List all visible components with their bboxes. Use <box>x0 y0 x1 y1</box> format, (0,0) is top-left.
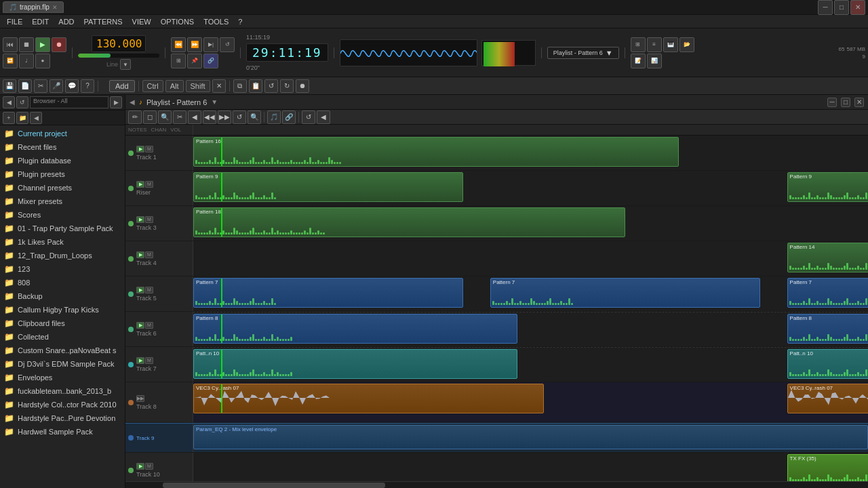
pattern-block-tc-6-0[interactable]: Pattern 8 <box>193 314 517 344</box>
track-content-riser[interactable]: Pattern 9Pattern 9Pattern 11Pattern 9Pat… <box>193 171 868 205</box>
playlist-dropdown[interactable]: ▼ <box>211 98 218 106</box>
track-content-5[interactable]: Pattern 7Pattern 7Pattern 7Pattern 7Patt… <box>193 277 868 311</box>
bpm-slider[interactable] <box>78 54 159 58</box>
menu-help[interactable]: ? <box>234 16 246 27</box>
playlist-close[interactable]: ✕ <box>854 98 864 107</box>
add-folder-btn[interactable]: + <box>3 112 15 124</box>
pattern-block-tc-7-0[interactable]: Patt..n 10 <box>193 349 517 379</box>
ctrl-btn[interactable]: Ctrl <box>142 80 163 92</box>
track-btn-mute-1[interactable]: M <box>145 146 153 152</box>
pl-scroll-left[interactable]: ◀ <box>317 110 330 124</box>
track-content-9[interactable]: Param_EQ 2 - Mix level envelope <box>193 424 868 452</box>
sidebar-item-scores[interactable]: 📁 Scores <box>0 208 125 222</box>
sidebar-item-clipboard[interactable]: 📁 Clipboard files <box>0 317 125 330</box>
pl-audio[interactable]: 🎵 <box>267 110 281 124</box>
sidebar-item-current-project[interactable]: 📁 Current project <box>0 127 125 140</box>
track-btn-green-10[interactable]: ▶ <box>136 463 144 470</box>
pl-select[interactable]: ◻ <box>143 110 157 124</box>
pl-undo[interactable]: ↺ <box>302 110 315 124</box>
mixer-btn[interactable]: ⊞ <box>631 37 646 52</box>
nav-forward[interactable]: ▶ <box>110 96 122 108</box>
menu-file[interactable]: FILE <box>3 16 26 27</box>
pattern-block-tc-7-1[interactable]: Patt..n 10 <box>787 349 868 379</box>
sidebar-item-backup[interactable]: 📁 Backup <box>0 289 125 303</box>
pl-mute[interactable]: ↺ <box>233 110 246 124</box>
track-btn-green-7[interactable]: ▶ <box>136 357 144 364</box>
sidebar-item-hardstyle-pac[interactable]: 📁 Hardstyle Pac..Pure Devotion <box>0 411 125 425</box>
shift-btn[interactable]: Shift <box>186 80 210 92</box>
sidebar-item-dj-d3vil[interactable]: 📁 Dj D3vil`s EDM Sample Pack <box>0 357 125 371</box>
track-content-4[interactable]: Pattern 14Pattern 13Pattern 14 <box>193 241 868 276</box>
rewind-btn[interactable]: ⏪ <box>171 37 186 52</box>
pattern-block-tc-5-0[interactable]: Pattern 7 <box>193 278 463 308</box>
pattern-block-tc-4-0[interactable]: Pattern 14 <box>787 243 868 272</box>
sidebar-item-808[interactable]: 📁 808 <box>0 276 125 289</box>
sidebar-item-envelopes[interactable]: 📁 Envelopes <box>0 371 125 384</box>
h-scrollbar-thumb[interactable] <box>163 483 386 488</box>
eq-btn[interactable]: 📊 <box>647 54 662 68</box>
stop-btn[interactable]: ⏹ <box>19 37 34 52</box>
track-content-7[interactable]: Patt..n 10Patt..n 10Patt..n 10Patt..n 10… <box>193 347 868 382</box>
record-btn[interactable]: ⏺ <box>52 37 66 52</box>
tracks-container[interactable]: ▶ M Track 1 Pattern 16Pattern 16Pattern … <box>125 136 868 481</box>
pl-zoom[interactable]: 🔍 <box>158 110 172 124</box>
menu-edit[interactable]: EDIT <box>28 16 53 27</box>
chat-btn[interactable]: 💬 <box>65 79 79 93</box>
track-btn-green-4[interactable]: ▶ <box>136 251 144 258</box>
pattern-selector[interactable]: Playlist - Pattern 6 ▼ <box>547 47 619 59</box>
track-btn-green-3[interactable]: ▶ <box>136 216 144 223</box>
track-content-6[interactable]: Pattern 8Pattern 8Pattern 8Pattern 8Patt… <box>193 312 868 346</box>
script-btn[interactable]: 📝 <box>631 54 646 68</box>
new-folder-btn[interactable]: 📁 <box>16 112 28 124</box>
track-btn-play-8[interactable]: ▶▶ <box>136 395 144 402</box>
sidebar-item-plugin-presets[interactable]: 📁 Plugin presets <box>0 167 125 181</box>
close-btn[interactable]: ✕ <box>850 0 865 15</box>
pl-pencil[interactable]: ✏ <box>128 110 142 124</box>
bpm-display[interactable]: 130.000 <box>92 35 146 52</box>
copy-btn[interactable]: ⧉ <box>233 79 247 93</box>
channel-btn[interactable]: ≡ <box>647 37 662 52</box>
menu-tools[interactable]: TOOLS <box>199 16 233 27</box>
track-btn-green-r[interactable]: ▶ <box>136 181 144 188</box>
sidebar-item-123[interactable]: 📁 123 <box>0 262 125 276</box>
fast-fwd-btn[interactable]: ⏩ <box>187 37 202 52</box>
loop-btn[interactable]: 🔁 <box>3 54 18 68</box>
sidebar-item-hardstyle-col[interactable]: 📁 Hardstyle Col..ctor Pack 2010 <box>0 398 125 411</box>
track-btn-mute-6[interactable]: M <box>145 322 153 329</box>
snap-btn[interactable]: ⊞ <box>171 54 186 68</box>
pin-btn[interactable]: 📌 <box>187 54 202 68</box>
paste-btn[interactable]: 📋 <box>249 79 262 93</box>
pattern-block-tc-3-0[interactable]: Pattern 18 <box>193 207 625 237</box>
track-content-3[interactable]: Pattern 18Pattern 18Pattern 18 <box>193 206 868 241</box>
help-btn[interactable]: ? <box>81 79 94 93</box>
add-button[interactable]: Add <box>109 80 135 92</box>
sidebar-item-1k-likes[interactable]: 📁 1k Likes Pack <box>0 235 125 249</box>
menu-options[interactable]: OPTIONS <box>157 16 199 27</box>
tab-active[interactable]: 🎵 trappin.flp ✕ <box>3 1 64 13</box>
sidebar-item-trap-party[interactable]: 📁 01 - Trap Party Sample Pack <box>0 222 125 235</box>
track-btn-mute-5[interactable]: M <box>145 287 153 293</box>
pattern-block-tc-8-0[interactable]: VEC3 Cy..rash 07 <box>193 384 544 413</box>
track-btn-mute-10[interactable]: M <box>145 463 153 470</box>
record2-btn[interactable]: ● <box>35 54 50 68</box>
minimize-btn[interactable]: ─ <box>818 0 833 15</box>
track-content-1[interactable]: Pattern 16Pattern 16Pattern 16 <box>193 136 868 170</box>
metronome-btn[interactable]: ♩ <box>19 54 34 68</box>
menu-view[interactable]: VIEW <box>128 16 155 27</box>
mic-btn[interactable]: 🎤 <box>50 79 63 93</box>
track-btn-green-6[interactable]: ▶ <box>136 322 144 329</box>
menu-add[interactable]: ADD <box>54 16 78 27</box>
alt-btn[interactable]: Alt <box>165 80 184 92</box>
pattern-block-tc-riser-0[interactable]: Pattern 9 <box>193 172 463 202</box>
pattern-block-tc-1-0[interactable]: Pattern 16 <box>193 137 679 167</box>
sidebar-item-mixer-presets[interactable]: 📁 Mixer presets <box>0 195 125 208</box>
sidebar-item-fuckable[interactable]: 📁 fuckableteam..bank_2013_b <box>0 384 125 398</box>
nav-back[interactable]: ◀ <box>3 96 15 108</box>
undo-btn[interactable]: ↺ <box>264 79 278 93</box>
pl-erase[interactable]: ◀ <box>188 110 201 124</box>
pattern-block-tc-5-1[interactable]: Pattern 7 <box>490 278 760 308</box>
track-btn-mute-7[interactable]: M <box>145 357 153 364</box>
nav-refresh[interactable]: ↺ <box>16 96 28 108</box>
pl-zoom-in[interactable]: 🔍 <box>248 110 261 124</box>
track-btn-green-1[interactable]: ▶ <box>136 146 144 152</box>
